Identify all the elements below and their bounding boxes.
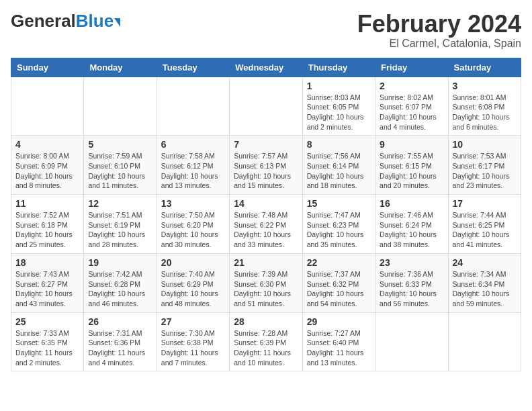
day-number: 1 xyxy=(307,81,371,91)
day-info: Sunrise: 7:56 AMSunset: 6:14 PMDaylight:… xyxy=(307,151,371,191)
calendar-cell: 24Sunrise: 7:34 AMSunset: 6:34 PMDayligh… xyxy=(448,253,521,312)
calendar-cell: 28Sunrise: 7:28 AMSunset: 6:39 PMDayligh… xyxy=(230,312,302,371)
day-number: 17 xyxy=(453,198,517,209)
day-number: 9 xyxy=(380,139,443,150)
day-number: 18 xyxy=(15,257,79,268)
calendar-cell: 8Sunrise: 7:56 AMSunset: 6:14 PMDaylight… xyxy=(302,136,375,195)
day-info: Sunrise: 7:57 AMSunset: 6:13 PMDaylight:… xyxy=(234,151,298,191)
day-number: 13 xyxy=(161,198,225,209)
calendar-cell: 4Sunrise: 8:00 AMSunset: 6:09 PMDaylight… xyxy=(11,136,84,195)
day-info: Sunrise: 7:33 AMSunset: 6:35 PMDaylight:… xyxy=(15,328,79,368)
calendar-week-4: 25Sunrise: 7:33 AMSunset: 6:35 PMDayligh… xyxy=(11,312,521,371)
day-info: Sunrise: 7:48 AMSunset: 6:22 PMDaylight:… xyxy=(234,210,298,250)
header: GeneralBlue February 2024 El Carmel, Cat… xyxy=(11,11,521,50)
calendar-week-0: 1Sunrise: 8:03 AMSunset: 6:05 PMDaylight… xyxy=(11,77,521,136)
day-number: 8 xyxy=(307,139,371,150)
calendar-cell: 29Sunrise: 7:27 AMSunset: 6:40 PMDayligh… xyxy=(302,312,375,371)
calendar-body: 1Sunrise: 8:03 AMSunset: 6:05 PMDaylight… xyxy=(11,77,521,371)
day-info: Sunrise: 7:28 AMSunset: 6:39 PMDaylight:… xyxy=(234,328,298,368)
day-info: Sunrise: 8:00 AMSunset: 6:09 PMDaylight:… xyxy=(15,151,79,191)
calendar-cell xyxy=(11,77,84,136)
day-number: 22 xyxy=(307,257,371,268)
day-number: 25 xyxy=(15,316,79,327)
calendar-cell: 14Sunrise: 7:48 AMSunset: 6:22 PMDayligh… xyxy=(230,195,302,254)
header-tuesday: Tuesday xyxy=(157,58,229,77)
calendar-cell xyxy=(157,77,229,136)
title-area: February 2024 El Carmel, Catalonia, Spai… xyxy=(357,11,521,50)
day-info: Sunrise: 7:42 AMSunset: 6:28 PMDaylight:… xyxy=(88,269,152,309)
logo-general: GeneralBlue xyxy=(11,11,114,32)
logo-arrow-icon xyxy=(114,18,120,27)
calendar-cell: 11Sunrise: 7:52 AMSunset: 6:18 PMDayligh… xyxy=(11,195,84,254)
calendar-cell: 12Sunrise: 7:51 AMSunset: 6:19 PMDayligh… xyxy=(84,195,157,254)
day-number: 20 xyxy=(161,257,225,268)
calendar-cell xyxy=(448,312,521,371)
day-number: 29 xyxy=(307,316,371,327)
calendar-cell: 26Sunrise: 7:31 AMSunset: 6:36 PMDayligh… xyxy=(84,312,157,371)
day-info: Sunrise: 7:44 AMSunset: 6:25 PMDaylight:… xyxy=(453,210,517,250)
calendar-header: Sunday Monday Tuesday Wednesday Thursday… xyxy=(11,58,521,77)
day-info: Sunrise: 7:51 AMSunset: 6:19 PMDaylight:… xyxy=(88,210,152,250)
day-number: 23 xyxy=(380,257,443,268)
day-info: Sunrise: 7:31 AMSunset: 6:36 PMDaylight:… xyxy=(88,328,152,368)
header-saturday: Saturday xyxy=(448,58,521,77)
calendar-cell: 16Sunrise: 7:46 AMSunset: 6:24 PMDayligh… xyxy=(375,195,448,254)
calendar-cell xyxy=(230,77,302,136)
day-number: 2 xyxy=(380,81,443,91)
calendar-cell: 2Sunrise: 8:02 AMSunset: 6:07 PMDaylight… xyxy=(375,77,448,136)
day-info: Sunrise: 7:27 AMSunset: 6:40 PMDaylight:… xyxy=(307,328,371,368)
day-number: 15 xyxy=(307,198,371,209)
calendar-cell: 13Sunrise: 7:50 AMSunset: 6:20 PMDayligh… xyxy=(157,195,229,254)
header-thursday: Thursday xyxy=(302,58,375,77)
calendar-cell xyxy=(375,312,448,371)
day-info: Sunrise: 7:36 AMSunset: 6:33 PMDaylight:… xyxy=(380,269,443,309)
day-info: Sunrise: 8:02 AMSunset: 6:07 PMDaylight:… xyxy=(380,93,443,132)
day-info: Sunrise: 7:53 AMSunset: 6:17 PMDaylight:… xyxy=(453,151,517,191)
day-number: 14 xyxy=(234,198,298,209)
day-info: Sunrise: 7:50 AMSunset: 6:20 PMDaylight:… xyxy=(161,210,225,250)
calendar-cell: 15Sunrise: 7:47 AMSunset: 6:23 PMDayligh… xyxy=(302,195,375,254)
day-number: 19 xyxy=(88,257,152,268)
day-number: 16 xyxy=(380,198,443,209)
day-info: Sunrise: 7:37 AMSunset: 6:32 PMDaylight:… xyxy=(307,269,371,309)
calendar-cell: 6Sunrise: 7:58 AMSunset: 6:12 PMDaylight… xyxy=(157,136,229,195)
day-number: 11 xyxy=(15,198,79,209)
day-number: 10 xyxy=(453,139,517,150)
day-number: 12 xyxy=(88,198,152,209)
day-number: 24 xyxy=(453,257,517,268)
day-info: Sunrise: 8:03 AMSunset: 6:05 PMDaylight:… xyxy=(307,93,371,132)
calendar-cell: 7Sunrise: 7:57 AMSunset: 6:13 PMDaylight… xyxy=(230,136,302,195)
day-number: 26 xyxy=(88,316,152,327)
day-number: 21 xyxy=(234,257,298,268)
calendar-cell: 27Sunrise: 7:30 AMSunset: 6:38 PMDayligh… xyxy=(157,312,229,371)
day-info: Sunrise: 7:59 AMSunset: 6:10 PMDaylight:… xyxy=(88,151,152,191)
month-title: February 2024 xyxy=(357,11,521,38)
calendar-table: Sunday Monday Tuesday Wednesday Thursday… xyxy=(11,58,521,372)
location-title: El Carmel, Catalonia, Spain xyxy=(357,38,521,50)
calendar-cell: 9Sunrise: 7:55 AMSunset: 6:15 PMDaylight… xyxy=(375,136,448,195)
calendar-cell: 22Sunrise: 7:37 AMSunset: 6:32 PMDayligh… xyxy=(302,253,375,312)
calendar-cell xyxy=(84,77,157,136)
day-number: 3 xyxy=(453,81,517,91)
calendar-cell: 20Sunrise: 7:40 AMSunset: 6:29 PMDayligh… xyxy=(157,253,229,312)
day-info: Sunrise: 7:47 AMSunset: 6:23 PMDaylight:… xyxy=(307,210,371,250)
header-monday: Monday xyxy=(84,58,157,77)
calendar-week-3: 18Sunrise: 7:43 AMSunset: 6:27 PMDayligh… xyxy=(11,253,521,312)
day-number: 7 xyxy=(234,139,298,150)
calendar-cell: 17Sunrise: 7:44 AMSunset: 6:25 PMDayligh… xyxy=(448,195,521,254)
calendar-cell: 23Sunrise: 7:36 AMSunset: 6:33 PMDayligh… xyxy=(375,253,448,312)
header-sunday: Sunday xyxy=(11,58,84,77)
day-info: Sunrise: 7:55 AMSunset: 6:15 PMDaylight:… xyxy=(380,151,443,191)
calendar-cell: 1Sunrise: 8:03 AMSunset: 6:05 PMDaylight… xyxy=(302,77,375,136)
header-friday: Friday xyxy=(375,58,448,77)
day-info: Sunrise: 7:30 AMSunset: 6:38 PMDaylight:… xyxy=(161,328,225,368)
day-number: 5 xyxy=(88,139,152,150)
day-number: 28 xyxy=(234,316,298,327)
day-info: Sunrise: 7:43 AMSunset: 6:27 PMDaylight:… xyxy=(15,269,79,309)
day-number: 27 xyxy=(161,316,225,327)
calendar-cell: 18Sunrise: 7:43 AMSunset: 6:27 PMDayligh… xyxy=(11,253,84,312)
calendar-week-1: 4Sunrise: 8:00 AMSunset: 6:09 PMDaylight… xyxy=(11,136,521,195)
calendar-cell: 10Sunrise: 7:53 AMSunset: 6:17 PMDayligh… xyxy=(448,136,521,195)
day-info: Sunrise: 7:39 AMSunset: 6:30 PMDaylight:… xyxy=(234,269,298,309)
calendar-week-2: 11Sunrise: 7:52 AMSunset: 6:18 PMDayligh… xyxy=(11,195,521,254)
